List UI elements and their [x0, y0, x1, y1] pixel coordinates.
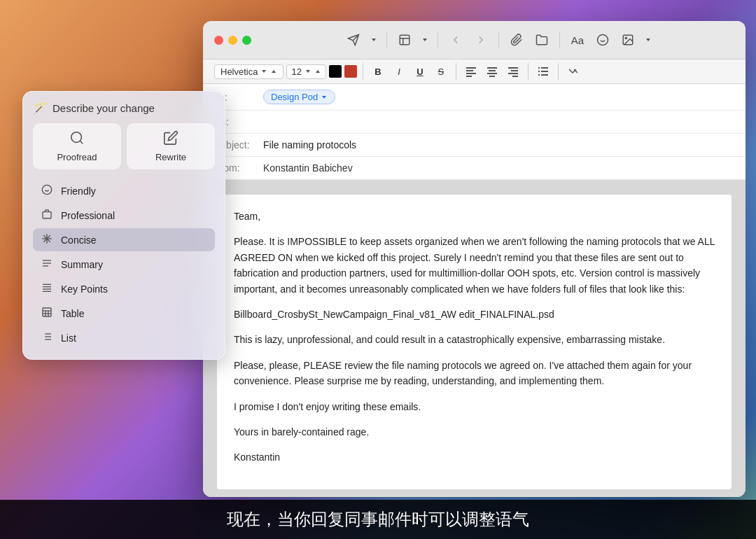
toolbar: Aa — [262, 29, 734, 50]
friendly-label: Friendly — [61, 186, 96, 197]
maximize-button[interactable] — [242, 36, 251, 45]
toolbar-separator-3 — [498, 31, 499, 48]
title-bar: Aa — [203, 21, 746, 59]
table-label: Table — [61, 308, 84, 319]
svg-rect-22 — [538, 71, 540, 72]
body-greeting: Team, — [234, 209, 715, 224]
minimize-button[interactable] — [228, 36, 237, 45]
ai-panel-header: 🪄 Describe your change — [33, 102, 215, 115]
cc-field: Cc: — [203, 111, 746, 134]
body-closing: Yours in barely-contained rage. — [234, 424, 715, 440]
menu-item-friendly[interactable]: Friendly — [33, 179, 215, 202]
layout-chevron-icon[interactable] — [419, 29, 430, 50]
list-icon — [40, 331, 54, 344]
ai-panel-title: Describe your change — [52, 102, 155, 114]
proofread-icon — [69, 130, 85, 149]
svg-rect-8 — [466, 67, 476, 69]
list-button[interactable] — [534, 62, 552, 80]
subject-field: Subject: File naming protocols — [203, 134, 746, 157]
email-body-inner: Team, Please. It is IMPOSSIBLE to keep a… — [217, 195, 732, 489]
svg-rect-25 — [541, 74, 548, 76]
svg-rect-16 — [508, 67, 518, 69]
svg-rect-0 — [400, 35, 410, 45]
svg-point-26 — [71, 132, 82, 143]
svg-rect-42 — [43, 308, 51, 316]
image-icon[interactable] — [617, 29, 638, 50]
menu-item-professional[interactable]: Professional — [33, 204, 215, 227]
summary-label: Summary — [61, 259, 103, 270]
svg-rect-12 — [487, 67, 497, 69]
friendly-icon — [40, 184, 54, 197]
svg-rect-9 — [466, 70, 473, 71]
text-color-swatch[interactable] — [329, 65, 342, 78]
svg-rect-13 — [489, 70, 496, 71]
svg-point-3 — [598, 35, 608, 46]
svg-rect-23 — [541, 71, 548, 72]
send-chevron-icon[interactable] — [368, 29, 379, 50]
proofread-button[interactable]: Proofread — [33, 123, 121, 169]
font-name: Helvetica — [220, 66, 258, 77]
ai-icon: 🪄 — [33, 102, 47, 115]
toolbar-separator-4 — [559, 31, 560, 48]
emoji-icon[interactable] — [592, 29, 613, 50]
table-icon — [40, 307, 54, 320]
svg-rect-21 — [541, 67, 548, 69]
format-separator-2 — [456, 63, 456, 80]
attachment-icon[interactable] — [506, 29, 527, 50]
email-body[interactable]: Team, Please. It is IMPOSSIBLE to keep a… — [203, 181, 746, 497]
ai-panel: 🪄 Describe your change Proofread Rewrite — [22, 91, 225, 360]
align-right-button[interactable] — [504, 62, 522, 80]
toolbar-separator-1 — [386, 31, 387, 48]
menu-item-key-points[interactable]: Key Points — [33, 277, 215, 300]
rewrite-label: Rewrite — [155, 152, 186, 162]
professional-label: Professional — [61, 210, 115, 221]
more-button[interactable] — [564, 62, 582, 80]
image-chevron-icon[interactable] — [643, 29, 654, 50]
svg-point-7 — [625, 37, 626, 38]
subtitle-text: 现在，当你回复同事邮件时可以调整语气 — [227, 510, 529, 528]
font-size: 12 — [291, 66, 301, 77]
align-left-button[interactable] — [462, 62, 480, 80]
menu-item-concise[interactable]: Concise — [33, 228, 215, 251]
subject-value: File naming protocols — [263, 139, 734, 150]
menu-item-table[interactable]: Table — [33, 302, 215, 325]
svg-rect-20 — [538, 67, 540, 69]
svg-rect-18 — [508, 73, 518, 74]
layout-icon[interactable] — [394, 29, 415, 50]
action-buttons: Proofread Rewrite — [33, 123, 215, 169]
forward-icon[interactable] — [470, 29, 491, 50]
svg-rect-14 — [487, 73, 497, 74]
subtitle-bar: 现在，当你回复同事邮件时可以调整语气 — [0, 500, 756, 539]
concise-label: Concise — [61, 234, 97, 246]
font-icon[interactable]: Aa — [567, 29, 588, 50]
rewrite-button[interactable]: Rewrite — [127, 123, 215, 169]
body-para-3: Please, please, PLEASE review the file n… — [234, 358, 715, 389]
list-label: List — [61, 332, 76, 344]
menu-item-summary[interactable]: Summary — [33, 253, 215, 276]
underline-button[interactable]: U — [411, 62, 429, 80]
strikethrough-button[interactable]: S — [432, 62, 450, 80]
body-para-4: I promise I don't enjoy writing these em… — [234, 399, 715, 414]
svg-rect-10 — [466, 73, 476, 74]
proofread-label: Proofread — [57, 152, 97, 162]
traffic-lights — [214, 36, 251, 45]
svg-rect-24 — [538, 74, 540, 76]
close-button[interactable] — [214, 36, 223, 45]
to-recipient-badge[interactable]: Design Pod — [263, 90, 335, 104]
mail-window: Aa Helvetica 12 — [203, 21, 746, 497]
align-center-button[interactable] — [483, 62, 501, 80]
svg-point-27 — [42, 185, 51, 194]
body-filename: Billboard_CrosbySt_NewCampaign_Final_v81… — [234, 307, 715, 322]
menu-item-list[interactable]: List — [33, 326, 215, 349]
summary-icon — [40, 258, 54, 271]
body-signature: Konstantin — [234, 449, 715, 465]
font-size-selector[interactable]: 12 — [286, 64, 326, 79]
send-icon[interactable] — [343, 29, 364, 50]
professional-icon — [40, 209, 54, 222]
italic-button[interactable]: I — [390, 62, 408, 80]
font-selector[interactable]: Helvetica — [214, 64, 284, 79]
back-icon[interactable] — [445, 29, 466, 50]
highlight-color-swatch[interactable] — [344, 65, 357, 78]
bold-button[interactable]: B — [369, 62, 387, 80]
folder-icon[interactable] — [531, 29, 552, 50]
